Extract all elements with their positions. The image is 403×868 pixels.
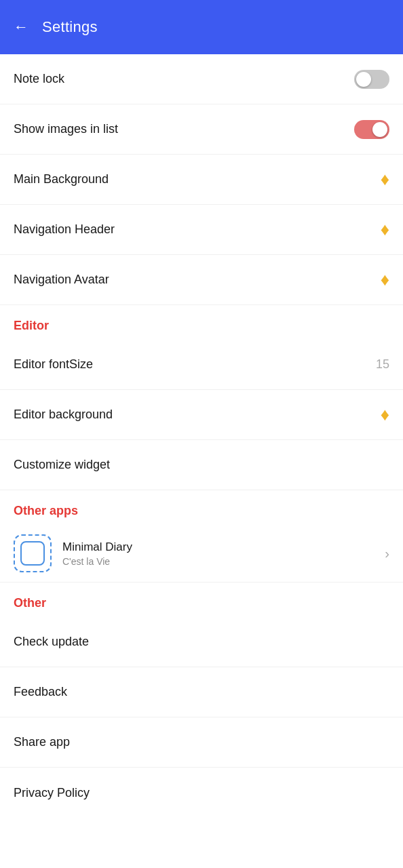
other-section-header: Other <box>0 583 403 617</box>
note-lock-label: Note lock <box>14 72 64 86</box>
settings-item-editor-background[interactable]: Editor background ♦ <box>0 390 403 440</box>
settings-item-show-images[interactable]: Show images in list <box>0 104 403 155</box>
navigation-avatar-label: Navigation Avatar <box>14 273 109 287</box>
settings-item-editor-fontsize[interactable]: Editor fontSize 15 <box>0 340 403 390</box>
minimal-diary-info: Minimal Diary C'est la Vie <box>62 540 132 567</box>
main-background-label: Main Background <box>14 172 109 186</box>
show-images-label: Show images in list <box>14 122 118 136</box>
settings-item-navigation-header[interactable]: Navigation Header ♦ <box>0 205 403 255</box>
navigation-header-label: Navigation Header <box>14 222 115 237</box>
settings-list: Note lock Show images in list Main Backg… <box>0 54 403 818</box>
minimal-diary-icon <box>14 534 52 572</box>
editor-section-header: Editor <box>0 305 403 340</box>
app-item-left: Minimal Diary C'est la Vie <box>14 534 132 572</box>
settings-item-navigation-avatar[interactable]: Navigation Avatar ♦ <box>0 255 403 305</box>
check-update-label: Check update <box>14 635 89 649</box>
settings-item-note-lock[interactable]: Note lock <box>0 54 403 104</box>
editor-background-premium-icon: ♦ <box>381 404 389 425</box>
editor-fontsize-value: 15 <box>376 357 389 372</box>
feedback-label: Feedback <box>14 685 67 699</box>
settings-item-share-app[interactable]: Share app <box>0 717 403 768</box>
navigation-avatar-premium-icon: ♦ <box>381 269 389 290</box>
editor-fontsize-label: Editor fontSize <box>14 357 93 372</box>
minimal-diary-chevron-icon: › <box>385 546 389 561</box>
settings-item-feedback[interactable]: Feedback <box>0 667 403 717</box>
settings-item-customize-widget[interactable]: Customize widget <box>0 440 403 490</box>
back-button[interactable]: ← <box>14 18 28 36</box>
share-app-label: Share app <box>14 735 70 749</box>
other-apps-section-header: Other apps <box>0 490 403 525</box>
settings-item-privacy-policy[interactable]: Privacy Policy <box>0 768 403 818</box>
editor-background-label: Editor background <box>14 408 113 422</box>
customize-widget-label: Customize widget <box>14 458 110 472</box>
minimal-diary-name: Minimal Diary <box>62 540 132 554</box>
minimal-diary-sub: C'est la Vie <box>62 556 132 567</box>
minimal-diary-icon-inner <box>20 541 45 566</box>
settings-item-main-background[interactable]: Main Background ♦ <box>0 155 403 205</box>
navigation-header-premium-icon: ♦ <box>381 219 389 240</box>
settings-item-minimal-diary[interactable]: Minimal Diary C'est la Vie › <box>0 525 403 583</box>
note-lock-toggle[interactable] <box>354 70 389 89</box>
privacy-policy-label: Privacy Policy <box>14 786 90 800</box>
show-images-toggle[interactable] <box>354 120 389 139</box>
main-background-premium-icon: ♦ <box>381 169 389 190</box>
settings-item-check-update[interactable]: Check update <box>0 617 403 667</box>
header-title: Settings <box>42 18 98 36</box>
app-header: ← Settings <box>0 0 403 54</box>
